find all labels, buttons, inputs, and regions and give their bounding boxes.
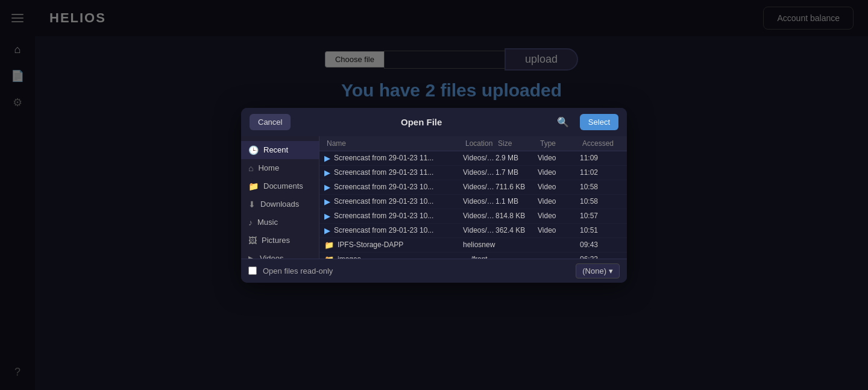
table-row[interactable]: 📁 images ... /front-end/src/components 0… (319, 253, 627, 259)
file-accessed: 10:58 (580, 183, 622, 191)
dialog-sidebar-videos[interactable]: ▶ Videos (241, 250, 319, 259)
col-type: Type (538, 139, 580, 148)
dialog-footer: Open files read-only (None) ▾ (241, 259, 627, 283)
read-only-label: Open files read-only (263, 266, 333, 275)
video-file-icon: ▶ (324, 154, 330, 163)
file-type: Video (538, 183, 580, 191)
video-file-icon: ▶ (324, 168, 330, 177)
file-accessed: 11:02 (580, 168, 622, 177)
col-size: Size (495, 139, 538, 148)
table-row[interactable]: ▶ Screencast from 29-01-23 10... Videos/… (319, 195, 627, 209)
filelist-header: Name Location Size Type Accessed (319, 136, 627, 151)
music-icon: ♪ (248, 218, 253, 227)
file-type: Video (538, 226, 580, 234)
dialog-sidebar-label-pictures: Pictures (262, 236, 290, 245)
dialog-body: 🕒 Recent ⌂ Home 📁 Documents ⬇ Downloads … (241, 136, 627, 259)
dialog-header: Cancel Open File 🔍 Select (241, 108, 627, 136)
col-location: Location (463, 139, 495, 148)
file-name: Screencast from 29-01-23 10... (334, 212, 433, 220)
folder-icon: 📁 (248, 181, 259, 191)
file-size: 362.4 KB (495, 226, 538, 234)
dialog-sidebar-label-documents: Documents (263, 181, 303, 190)
table-row[interactable]: ▶ Screencast from 29-01-23 11... Videos/… (319, 166, 627, 180)
file-name: Screencast from 29-01-23 10... (334, 226, 433, 234)
open-file-dialog: Cancel Open File 🔍 Select 🕒 Recent ⌂ Hom… (241, 108, 627, 283)
file-type: Video (538, 154, 580, 162)
file-accessed: 10:51 (580, 226, 622, 234)
video-file-icon: ▶ (324, 226, 330, 235)
table-row[interactable]: 📁 IPFS-Storage-DAPP heliosnew 09:43 (319, 238, 627, 253)
file-size: 1.1 MB (495, 197, 538, 206)
file-type: Video (538, 212, 580, 220)
file-location: Videos/Screencasts (463, 168, 495, 177)
file-location: Videos/Screencasts (463, 212, 495, 220)
dialog-sidebar-label-downloads: Downloads (260, 200, 299, 209)
filter-dropdown[interactable]: (None) ▾ (576, 263, 620, 278)
dialog-sidebar: 🕒 Recent ⌂ Home 📁 Documents ⬇ Downloads … (241, 136, 319, 259)
read-only-checkbox[interactable] (248, 266, 257, 275)
dialog-overlay: Cancel Open File 🔍 Select 🕒 Recent ⌂ Hom… (0, 0, 868, 390)
file-location: Videos/Screencasts (463, 197, 495, 206)
video-file-icon: ▶ (324, 212, 330, 221)
file-type: Video (538, 197, 580, 206)
chevron-down-icon: ▾ (609, 266, 613, 275)
file-name: Screencast from 29-01-23 11... (334, 168, 433, 177)
file-name: Screencast from 29-01-23 10... (334, 183, 433, 191)
table-row[interactable]: ▶ Screencast from 29-01-23 10... Videos/… (319, 180, 627, 195)
file-size: 711.6 KB (495, 183, 538, 191)
file-type: Video (538, 168, 580, 177)
dialog-sidebar-label-videos: Videos (260, 254, 284, 259)
dialog-sidebar-downloads[interactable]: ⬇ Downloads (241, 195, 319, 213)
file-location: Videos/Screencasts (463, 154, 495, 162)
file-size: 1.7 MB (495, 168, 538, 177)
file-accessed: 10:57 (580, 212, 622, 220)
file-size: 2.9 MB (495, 154, 538, 162)
pictures-icon: 🖼 (248, 236, 257, 245)
dialog-sidebar-label-recent: Recent (263, 145, 288, 154)
file-name: Screencast from 29-01-23 11... (334, 154, 433, 162)
clock-icon: 🕒 (248, 145, 259, 155)
dialog-sidebar-music[interactable]: ♪ Music (241, 213, 319, 231)
download-icon: ⬇ (248, 200, 256, 209)
file-accessed: 10:58 (580, 197, 622, 206)
file-accessed: 09:43 (580, 241, 622, 249)
file-location: heliosnew (463, 241, 495, 249)
table-row[interactable]: ▶ Screencast from 29-01-23 11... Videos/… (319, 151, 627, 166)
videos-icon: ▶ (248, 254, 255, 259)
dialog-sidebar-home[interactable]: ⌂ Home (241, 159, 319, 177)
dialog-sidebar-recent[interactable]: 🕒 Recent (241, 141, 319, 159)
dialog-title: Open File (297, 117, 546, 127)
file-size: 814.8 KB (495, 212, 538, 220)
dialog-sidebar-label-home: Home (258, 163, 279, 172)
table-row[interactable]: ▶ Screencast from 29-01-23 10... Videos/… (319, 224, 627, 238)
col-accessed: Accessed (580, 139, 622, 148)
home-icon: ⌂ (248, 163, 253, 173)
folder-file-icon: 📁 (324, 241, 334, 250)
file-location: Videos/Screencasts (463, 226, 495, 234)
dialog-select-button[interactable]: Select (580, 114, 618, 130)
dialog-cancel-button[interactable]: Cancel (250, 114, 291, 130)
dialog-sidebar-label-music: Music (257, 218, 278, 227)
col-name: Name (324, 139, 463, 148)
file-location: Videos/Screencasts (463, 183, 495, 191)
filter-label: (None) (582, 266, 606, 275)
video-file-icon: ▶ (324, 183, 330, 192)
dialog-sidebar-pictures[interactable]: 🖼 Pictures (241, 231, 319, 250)
video-file-icon: ▶ (324, 197, 330, 206)
dialog-search-button[interactable]: 🔍 (552, 114, 574, 130)
dialog-file-list[interactable]: Name Location Size Type Accessed ▶ Scree… (319, 136, 627, 259)
file-name: Screencast from 29-01-23 10... (334, 197, 433, 206)
dialog-sidebar-documents[interactable]: 📁 Documents (241, 177, 319, 195)
file-name: IPFS-Storage-DAPP (338, 241, 403, 249)
file-accessed: 11:09 (580, 154, 622, 162)
table-row[interactable]: ▶ Screencast from 29-01-23 10... Videos/… (319, 209, 627, 224)
